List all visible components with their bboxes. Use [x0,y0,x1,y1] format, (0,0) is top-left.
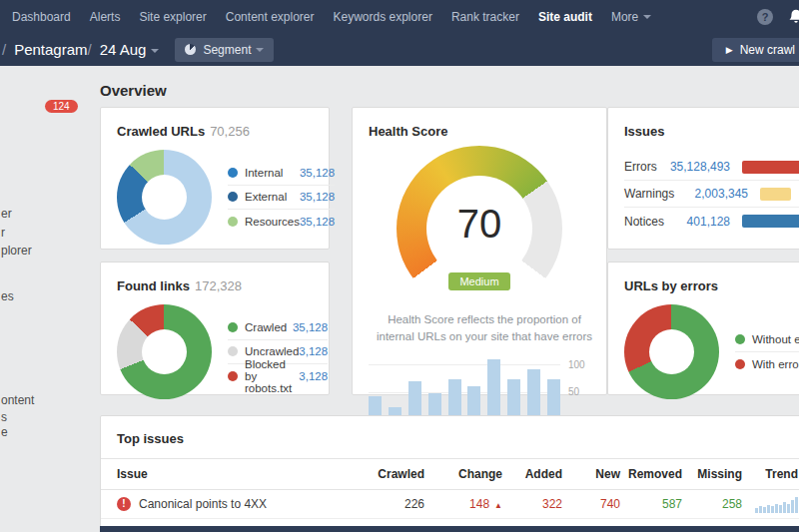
sidebar-item[interactable]: s [1,410,7,424]
nav-alerts[interactable]: Alerts [90,10,121,24]
health-score-value: 70 [369,202,590,247]
removed-value: 587 [620,497,682,511]
legend-value[interactable]: 35,128 [300,216,335,228]
sidebar-item[interactable]: es [1,289,14,303]
nav-dashboard[interactable]: Dashboard [12,10,71,24]
legend-dot [228,371,238,381]
urls-by-errors-donut-chart [624,304,719,399]
bottom-bar [100,526,799,532]
row-value[interactable]: 35,128,493 [670,160,730,174]
errors-bar [742,161,799,174]
legend-dot [735,334,745,344]
card-title: Crawled URLs [117,124,205,139]
legend-label: With errors [752,358,799,370]
legend-value[interactable]: 35,128 [293,321,328,333]
nav-rank-tracker[interactable]: Rank tracker [451,10,519,24]
column-header: Trend [742,467,799,481]
column-header: Change [424,467,502,481]
legend: Internal 35,128 External 35,128 Resource… [228,162,335,234]
legend-row: Crawled 35,128 [228,316,328,340]
legend-row: Resources 35,128 [228,210,335,234]
row-label: Errors [624,160,670,174]
legend-row: External 35,128 [228,186,335,210]
health-score-gauge: 70 Medium [369,140,590,305]
page-title: Overview [100,82,167,99]
sidebar-item[interactable]: er [1,207,12,221]
legend-row: Without errors [735,328,799,352]
legend-label: Resources [245,216,300,228]
sidebar-item[interactable]: r [1,226,5,240]
legend-label: Blocked by robots.txt [245,358,299,394]
legend-value[interactable]: 3,128 [299,345,328,357]
column-header: Added [502,467,562,481]
legend-row: Blocked by robots.txt 3,128 [228,364,328,388]
nav-right-icons: ? [757,0,799,33]
breadcrumb-project[interactable]: Pentagram [14,41,87,58]
found-links-donut-chart [117,304,212,399]
sidebar-item[interactable]: ontent [1,393,34,407]
sidebar-item[interactable]: plorer [1,244,32,258]
card-title: Issues [624,124,664,139]
issues-row-warnings: Warnings 2,003,345 [624,181,799,208]
found-links-card: Found links172,328 Crawled 35,128 Uncraw… [100,262,330,395]
nav-content-explorer[interactable]: Content explorer [226,10,315,24]
help-icon[interactable]: ? [757,9,773,25]
row-value[interactable]: 401,128 [672,215,730,229]
legend-label: Uncrawled [245,345,299,357]
row-label: Warnings [624,187,680,201]
legend-value[interactable]: 3,128 [299,370,328,382]
y-axis-tick: 50 [568,386,579,397]
legend: Without errors With errors [735,328,799,376]
legend-value[interactable]: 35,128 [300,191,335,203]
missing-value: 258 [682,497,742,511]
card-count: 70,256 [210,124,250,139]
issues-count-badge: 124 [45,100,78,113]
nav-more[interactable]: More [611,10,651,24]
column-header: Crawled [345,467,424,481]
breadcrumb-separator: / [2,41,6,58]
nav-site-audit[interactable]: Site audit [538,10,592,24]
crawled-value: 226 [345,497,424,511]
breadcrumb-date-dropdown[interactable]: 24 Aug [100,41,160,58]
issue-name[interactable]: Canonical points to 4XX [139,497,267,511]
chevron-down-icon [151,49,159,53]
legend-row: With errors [735,352,799,376]
y-axis-tick: 100 [568,359,585,370]
trend-sparkline [755,496,798,513]
legend: Crawled 35,128 Uncrawled 3,128 Blocked b… [228,316,328,388]
legend-label: Internal [245,167,283,179]
toolbar: / Pentagram / 24 Aug Segment ▶ New crawl [0,33,799,66]
issues-card: Issues Errors 35,128,493 Warnings 2,003,… [607,107,799,250]
health-score-card: Health Score 70 Medium Health Score refl… [352,107,607,395]
column-header: Issue [101,467,345,481]
card-count: 172,328 [195,278,242,293]
health-score-description: Health Score reflects the proportion of … [369,311,600,344]
page-body: 124 er r plorer es ontent s e Overview C… [0,66,799,532]
site-audit-dashboard: Dashboard Alerts Site explorer Content e… [0,0,799,532]
change-value: 148▲ [424,497,502,511]
new-crawl-button[interactable]: ▶ New crawl [712,38,799,62]
legend-dot [228,322,238,332]
column-header: Removed [620,467,682,481]
card-title: Found links [117,278,190,293]
legend-value[interactable]: 35,128 [300,167,335,179]
nav-keywords-explorer[interactable]: Keywords explorer [334,10,432,24]
card-title: Health Score [369,124,447,139]
legend-dot [228,168,238,178]
legend-row: Internal 35,128 [228,162,335,186]
bell-icon[interactable] [787,8,799,26]
warnings-bar [760,188,791,201]
issues-row-errors: Errors 35,128,493 [624,154,799,181]
error-icon: ! [117,497,131,511]
legend-dot [735,359,745,369]
card-title: URLs by errors [624,278,718,293]
crawled-urls-donut-chart [117,150,212,245]
row-value[interactable]: 2,003,345 [680,187,748,201]
health-score-badge: Medium [369,271,590,289]
top-navbar: Dashboard Alerts Site explorer Content e… [0,0,799,33]
column-header: Missing [682,467,742,481]
sidebar-item[interactable]: e [1,425,8,439]
nav-site-explorer[interactable]: Site explorer [139,10,206,24]
segment-button[interactable]: Segment [175,38,274,62]
urls-by-errors-card: URLs by errors Without errors With error… [607,262,799,395]
